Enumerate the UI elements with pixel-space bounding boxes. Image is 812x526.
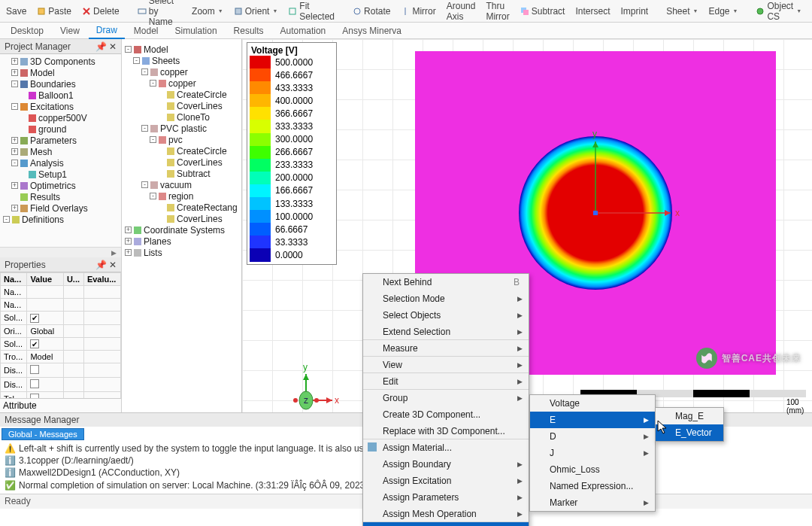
tree-item[interactable]: -region [122, 190, 241, 202]
tree-item[interactable]: Balloon1 [0, 90, 121, 101]
checkbox[interactable] [30, 365, 39, 374]
sheet-button[interactable]: Sheet▼ [663, 5, 701, 18]
properties-tab[interactable]: Attribute [0, 398, 121, 412]
subtract-button[interactable]: Subtract [517, 5, 568, 18]
menu-tab-model[interactable]: Model [126, 23, 166, 38]
menu-item[interactable]: Assign Boundary▶ [363, 456, 529, 473]
tree-item[interactable]: -PVC plastic [122, 123, 241, 134]
menu-tab-automation[interactable]: Automation [273, 23, 334, 38]
tree-item[interactable]: -vacuum [122, 179, 241, 190]
tree-item[interactable]: -Boundaries [0, 78, 121, 90]
tree-item[interactable]: +Model [0, 67, 121, 78]
expand-icon[interactable]: + [125, 227, 132, 233]
tree-item[interactable]: +3D Components [0, 56, 121, 67]
menu-tab-results[interactable]: Results [226, 23, 271, 38]
expand-icon[interactable]: - [141, 125, 148, 132]
menu-item[interactable]: Edit▶ [363, 373, 529, 390]
menu-item[interactable]: D▶ [530, 428, 655, 445]
props-row[interactable]: Tro...Model [1, 351, 121, 363]
message-tab[interactable]: Global - Messages [2, 428, 84, 440]
expand-icon[interactable]: - [133, 57, 140, 64]
mirror-button[interactable]: Mirror [398, 5, 438, 18]
tree-item[interactable]: CoverLines [122, 157, 241, 168]
menu-item[interactable]: Extend Selection▶ [363, 324, 529, 340]
menu-item[interactable]: Next BehindB [363, 274, 529, 290]
menu-item[interactable]: View▶ [363, 357, 529, 373]
tree-item[interactable]: -Definitions [0, 214, 121, 225]
props-row[interactable]: Na... [1, 299, 121, 312]
menu-item[interactable]: Named Expression... [530, 478, 655, 494]
menu-item[interactable]: E▶ [530, 412, 655, 428]
expand-icon[interactable]: + [11, 205, 18, 211]
tree-item[interactable]: -pvc [122, 134, 241, 145]
props-row[interactable]: Sol...✔ [1, 337, 121, 351]
menu-tab-view[interactable]: View [53, 23, 87, 38]
expand-icon[interactable]: + [11, 182, 18, 189]
zoom-button[interactable]: Zoom▼ [189, 5, 226, 18]
intersect-button[interactable]: Intersect [572, 5, 613, 18]
tree-item[interactable]: -Analysis [0, 157, 121, 169]
tree-item[interactable]: +Parameters [0, 135, 121, 146]
expand-icon[interactable]: - [141, 181, 148, 188]
fields-submenu[interactable]: VoltageE▶D▶J▶Ohmic_LossNamed Expression.… [529, 394, 656, 512]
menu-item[interactable]: Fields▶ [363, 522, 529, 526]
checkbox[interactable]: ✔ [30, 314, 39, 323]
tree-item[interactable]: +Field Overlays [0, 202, 121, 214]
expand-icon[interactable]: - [3, 216, 10, 223]
imprint-button[interactable]: Imprint [618, 5, 652, 18]
expand-icon[interactable]: - [141, 68, 148, 75]
menu-item[interactable]: Assign Material... [363, 439, 529, 456]
properties-table[interactable]: Na...ValueU...Evalu...Na...Na...Sol...✔O… [0, 272, 121, 398]
tree-item[interactable]: +Optimetrics [0, 180, 121, 191]
delete-button[interactable]: Delete [79, 5, 123, 18]
menu-tab-desktop[interactable]: Desktop [3, 23, 51, 38]
menu-item[interactable]: Voltage [530, 395, 655, 412]
props-row[interactable]: Na... [1, 286, 121, 299]
expand-icon[interactable]: - [11, 81, 18, 87]
save-button[interactable]: Save [3, 5, 29, 18]
expand-icon[interactable]: - [11, 160, 18, 166]
expand-icon[interactable]: + [125, 249, 132, 256]
tree-item[interactable]: ground [0, 123, 121, 135]
tree-item[interactable]: CoverLines [122, 213, 241, 224]
thru-mirror-button[interactable]: Thru Mirror [483, 0, 512, 23]
axis-triad[interactable]: x y z [272, 355, 340, 423]
expand-icon[interactable]: + [11, 137, 18, 144]
tree-item[interactable]: CoverLines [122, 100, 241, 111]
orient-button[interactable]: Orient▼ [231, 5, 281, 18]
object-cs-button[interactable]: Object CS▼ [753, 0, 804, 23]
menu-tab-ansys-minerva[interactable]: Ansys Minerva [335, 23, 409, 38]
tree-item[interactable]: -copper [122, 78, 241, 89]
tree-item[interactable]: +Mesh [0, 146, 121, 157]
tree-item[interactable]: CreateCircle [122, 89, 241, 100]
menu-item[interactable]: Group▶ [363, 390, 529, 406]
props-row[interactable]: Dis... [1, 363, 121, 378]
expand-icon[interactable]: - [150, 193, 156, 199]
tree-item[interactable]: Setup1 [0, 169, 121, 180]
expand-icon[interactable]: - [150, 136, 156, 143]
menu-item[interactable]: Replace with 3D Component... [363, 423, 529, 439]
context-menu[interactable]: Next BehindBSelection Mode▶Select Object… [362, 273, 529, 526]
tree-item[interactable]: -copper [122, 66, 241, 78]
expand-icon[interactable]: + [11, 58, 18, 65]
menu-item[interactable]: J▶ [530, 445, 655, 461]
tree-item[interactable]: copper500V [0, 112, 121, 123]
tree-item[interactable]: CloneTo [122, 111, 241, 123]
menu-item[interactable]: Measure▶ [363, 340, 529, 357]
menu-item[interactable]: Selection Mode▶ [363, 290, 529, 307]
menu-item[interactable]: Assign Excitation▶ [363, 473, 529, 489]
menu-item[interactable]: Assign Parameters▶ [363, 489, 529, 506]
menu-item[interactable]: Ohmic_Loss [530, 461, 655, 478]
tree-item[interactable]: +Planes [122, 236, 241, 247]
menu-tab-draw[interactable]: Draw [89, 23, 125, 39]
expand-icon[interactable]: + [125, 238, 132, 245]
expand-icon[interactable]: - [11, 103, 18, 110]
menu-item[interactable]: Select Objects▶ [363, 307, 529, 324]
props-header[interactable]: Value [27, 273, 64, 286]
checkbox[interactable] [30, 379, 39, 388]
tree-item[interactable]: -Excitations [0, 101, 121, 112]
props-row[interactable]: Ori...Global [1, 324, 121, 337]
project-tree[interactable]: +3D Components+Model-BoundariesBalloon1-… [0, 54, 121, 247]
tree-item[interactable]: Subtract [122, 168, 241, 179]
props-row[interactable]: Sol...✔ [1, 312, 121, 325]
